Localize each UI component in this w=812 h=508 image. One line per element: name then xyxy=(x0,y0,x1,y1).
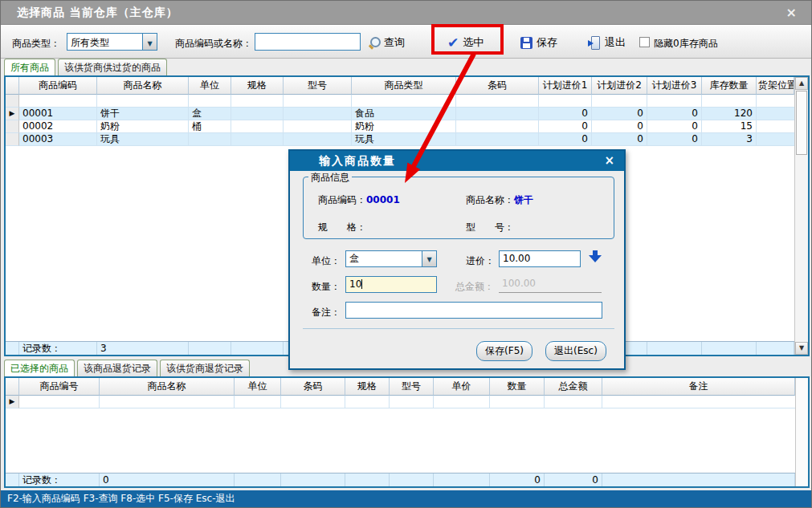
product-row-00002[interactable]: 00002 奶粉 桶 奶粉 0 0 0 15 xyxy=(6,120,794,133)
dialog-spec-label: 规 格： xyxy=(318,221,366,233)
cell-plan3: 0 xyxy=(647,108,702,120)
dialog-save-button[interactable]: 保存(F5) xyxy=(476,341,532,361)
tab-selected-products-label: 已选择的商品 xyxy=(10,363,68,374)
tab-selected-products[interactable]: 已选择的商品 xyxy=(4,360,75,376)
footer-cell xyxy=(281,473,345,486)
cell-marker xyxy=(6,133,19,146)
cell-empty xyxy=(456,95,539,108)
col-header-model: 型号 xyxy=(284,77,352,95)
chevron-down-icon[interactable]: ▼ xyxy=(142,34,157,50)
tab-supplier-products-label: 该供货商供过货的商品 xyxy=(64,62,161,73)
record-count-value: 3 xyxy=(97,342,189,355)
col-header-shelf: 货架位置 xyxy=(757,77,794,95)
dialog-name-label: 商品名称： xyxy=(466,194,514,205)
quantity-input[interactable]: 10 xyxy=(345,276,437,293)
col-header-type: 商品类型 xyxy=(352,77,456,95)
select-button[interactable]: ✔ 选中 xyxy=(444,32,487,53)
scroll-down-icon: ▼ xyxy=(799,344,804,352)
cell-shelf xyxy=(757,120,794,133)
combo-arrow-glyph: ▼ xyxy=(147,40,152,47)
note-input[interactable] xyxy=(345,302,602,319)
exit-button-label: 退出 xyxy=(605,35,626,50)
floppy-label-area xyxy=(523,43,530,48)
chevron-down-icon[interactable]: ▼ xyxy=(422,251,436,266)
cell-empty xyxy=(284,95,352,108)
hide-zero-stock-checkbox[interactable] xyxy=(639,37,650,47)
tab-all-products-label: 所有商品 xyxy=(10,62,49,73)
unit-select[interactable]: 盒 ▼ xyxy=(345,250,437,267)
footer-cell xyxy=(345,473,390,486)
empty-row xyxy=(6,95,794,108)
cell-empty xyxy=(592,95,647,108)
empty-current-row[interactable]: ▶ xyxy=(6,396,795,408)
cell-empty xyxy=(545,396,602,408)
footer-cell xyxy=(647,342,702,355)
tab-product-returns[interactable]: 该商品退货记录 xyxy=(77,360,157,376)
col-header-plan2: 计划进价2 xyxy=(592,77,647,95)
cell-unit xyxy=(189,133,231,146)
tab-supplier-returns[interactable]: 该供货商退货记录 xyxy=(160,360,250,376)
scrollbar-thumb[interactable] xyxy=(796,91,807,155)
scroll-up-button[interactable]: ▲ xyxy=(795,77,808,90)
product-info-legend: 商品信息 xyxy=(308,171,352,185)
note-label: 备注： xyxy=(312,306,341,319)
quantity-value: 10 xyxy=(349,278,361,290)
quantity-label: 数量： xyxy=(312,280,341,294)
dialog-titlebar: 输入商品数量 × xyxy=(290,151,624,171)
exit-icon xyxy=(588,36,601,49)
tab-product-returns-label: 该商品退货记录 xyxy=(84,363,151,374)
cell-shelf xyxy=(757,108,794,120)
cell-empty xyxy=(19,396,100,408)
footer-cell xyxy=(434,473,490,486)
scrollbar-track[interactable] xyxy=(795,156,808,342)
footer-cell xyxy=(231,342,284,355)
current-row-marker-icon: ▶ xyxy=(6,108,19,120)
cell-empty xyxy=(434,396,490,408)
price-down-arrow-icon[interactable] xyxy=(589,250,602,263)
cell-model xyxy=(284,133,352,146)
exit-button[interactable]: 退出 xyxy=(585,32,629,53)
scroll-up-icon: ▲ xyxy=(799,79,804,87)
search-icon-handle xyxy=(369,44,373,49)
product-type-select[interactable]: 所有类型 ▼ xyxy=(67,33,157,51)
cell-shelf xyxy=(757,133,794,146)
current-row-marker-icon: ▶ xyxy=(6,396,19,408)
window-close-icon[interactable]: × xyxy=(786,5,797,20)
dialog-model-label: 型 号： xyxy=(466,221,514,233)
code-or-name-input[interactable] xyxy=(255,33,361,51)
save-button-label: 保存 xyxy=(537,35,557,50)
save-button[interactable]: 保存 xyxy=(517,32,561,53)
cell-barcode xyxy=(456,120,539,133)
dialog-name-value: 饼干 xyxy=(514,194,533,205)
dialog-close-icon[interactable]: × xyxy=(604,153,614,168)
product-row-00001[interactable]: ▶ 00001 饼干 盒 食品 0 0 0 120 xyxy=(6,108,794,120)
grid-empty-area xyxy=(6,408,795,473)
cell-empty xyxy=(702,95,757,108)
vertical-scrollbar[interactable]: ▲ ▼ xyxy=(794,77,808,355)
cell-empty xyxy=(100,396,235,408)
cell-model xyxy=(284,120,352,133)
price-input[interactable]: 10.00 xyxy=(499,250,581,267)
tab-supplier-products[interactable]: 该供货商供过货的商品 xyxy=(58,59,167,75)
cell-unit: 桶 xyxy=(189,120,231,133)
cell-marker xyxy=(6,95,19,108)
tab-all-products[interactable]: 所有商品 xyxy=(4,59,55,75)
floppy-shutter xyxy=(524,38,529,42)
scrollbar-track[interactable] xyxy=(795,378,808,486)
query-button[interactable]: 查询 xyxy=(365,32,408,53)
checkmark-icon: ✔ xyxy=(447,36,459,49)
cell-plan3: 0 xyxy=(647,120,702,133)
text-caret xyxy=(361,279,362,289)
dialog-name-group: 商品名称：饼干 xyxy=(466,193,533,207)
col-header-name: 商品名称 xyxy=(97,77,189,95)
col-header-qty: 数量 xyxy=(490,378,545,396)
product-row-00003[interactable]: 00003 玩具 玩具 0 0 0 3 xyxy=(6,133,794,146)
cell-type: 食品 xyxy=(352,108,456,120)
scroll-down-button[interactable]: ▼ xyxy=(795,342,808,355)
dialog-exit-button[interactable]: 退出(Esc) xyxy=(545,341,606,361)
cell-plan2: 0 xyxy=(592,120,647,133)
selected-products-grid: 商品编号 商品名称 单位 条码 规格 型号 单价 数量 总金额 备注 ▶ xyxy=(4,376,810,488)
cell-name: 奶粉 xyxy=(97,120,189,133)
cell-plan2: 0 xyxy=(592,133,647,146)
col-header-price: 单价 xyxy=(434,378,490,396)
